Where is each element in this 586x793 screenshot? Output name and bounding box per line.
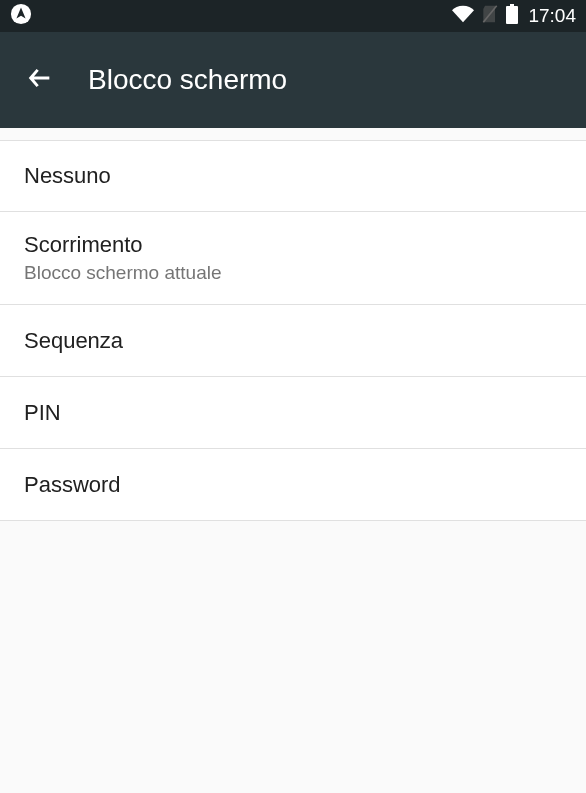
no-sim-icon (480, 4, 500, 28)
back-button[interactable] (20, 60, 60, 100)
arrow-back-icon (26, 64, 54, 96)
option-swipe[interactable]: Scorrimento Blocco schermo attuale (0, 212, 586, 305)
option-password[interactable]: Password (0, 449, 586, 521)
page-title: Blocco schermo (88, 64, 287, 96)
location-icon (10, 3, 32, 29)
option-pattern[interactable]: Sequenza (0, 305, 586, 377)
app-bar: Blocco schermo (0, 32, 586, 128)
option-title: Nessuno (24, 163, 562, 189)
option-pin[interactable]: PIN (0, 377, 586, 449)
wifi-icon (452, 3, 474, 29)
svg-rect-2 (506, 6, 518, 24)
svg-rect-3 (510, 4, 514, 6)
status-bar: 17:04 (0, 0, 586, 32)
option-subtitle: Blocco schermo attuale (24, 262, 562, 284)
status-time: 17:04 (528, 5, 576, 27)
option-none[interactable]: Nessuno (0, 140, 586, 212)
battery-icon (506, 4, 518, 28)
option-title: Sequenza (24, 328, 562, 354)
option-title: Scorrimento (24, 232, 562, 258)
option-title: PIN (24, 400, 562, 426)
lock-options-list: Nessuno Scorrimento Blocco schermo attua… (0, 140, 586, 521)
option-title: Password (24, 472, 562, 498)
